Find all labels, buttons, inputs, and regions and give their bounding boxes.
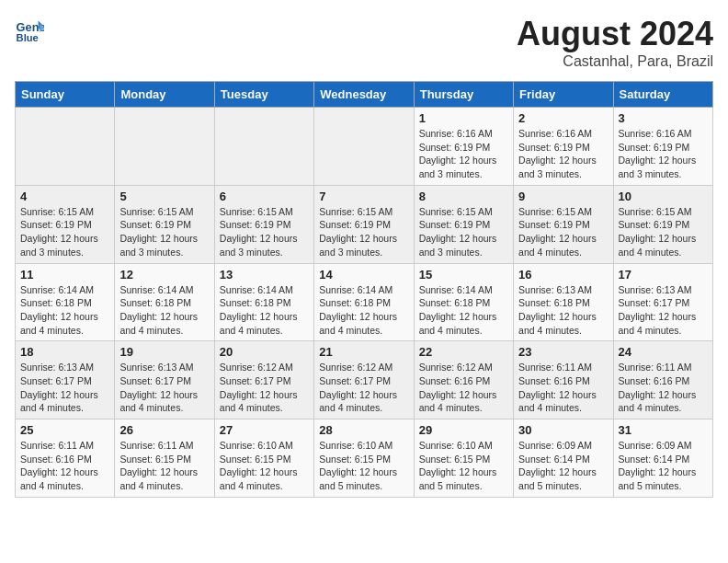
column-header-saturday: Saturday — [613, 82, 712, 108]
calendar-cell: 20Sunrise: 6:12 AM Sunset: 6:17 PM Dayli… — [214, 341, 313, 419]
column-header-wednesday: Wednesday — [314, 82, 414, 108]
calendar-week-row: 1Sunrise: 6:16 AM Sunset: 6:19 PM Daylig… — [16, 108, 713, 186]
day-number: 9 — [518, 190, 608, 203]
day-info: Sunrise: 6:11 AM Sunset: 6:16 PM Dayligh… — [20, 439, 109, 493]
column-header-thursday: Thursday — [414, 82, 513, 108]
calendar-cell: 16Sunrise: 6:13 AM Sunset: 6:18 PM Dayli… — [514, 263, 613, 341]
day-info: Sunrise: 6:11 AM Sunset: 6:16 PM Dayligh… — [518, 361, 608, 415]
day-number: 26 — [119, 423, 209, 437]
day-number: 12 — [119, 268, 209, 282]
calendar-cell: 1Sunrise: 6:16 AM Sunset: 6:19 PM Daylig… — [414, 108, 513, 186]
day-info: Sunrise: 6:15 AM Sunset: 6:19 PM Dayligh… — [319, 205, 408, 259]
calendar-cell: 26Sunrise: 6:11 AM Sunset: 6:15 PM Dayli… — [115, 419, 214, 498]
column-header-tuesday: Tuesday — [214, 82, 313, 108]
calendar-cell: 7Sunrise: 6:15 AM Sunset: 6:19 PM Daylig… — [314, 185, 414, 263]
calendar-cell: 3Sunrise: 6:16 AM Sunset: 6:19 PM Daylig… — [613, 108, 712, 186]
day-info: Sunrise: 6:15 AM Sunset: 6:19 PM Dayligh… — [518, 205, 608, 259]
calendar-cell: 27Sunrise: 6:10 AM Sunset: 6:15 PM Dayli… — [214, 419, 313, 498]
day-number: 18 — [20, 345, 109, 359]
calendar-cell: 21Sunrise: 6:12 AM Sunset: 6:17 PM Dayli… — [314, 341, 414, 419]
calendar-cell: 15Sunrise: 6:14 AM Sunset: 6:18 PM Dayli… — [414, 263, 513, 341]
day-info: Sunrise: 6:10 AM Sunset: 6:15 PM Dayligh… — [419, 439, 508, 493]
day-number: 27 — [220, 423, 309, 437]
day-number: 22 — [419, 345, 508, 359]
day-number: 6 — [220, 190, 309, 203]
day-info: Sunrise: 6:12 AM Sunset: 6:16 PM Dayligh… — [419, 361, 508, 415]
day-number: 8 — [419, 190, 508, 203]
day-info: Sunrise: 6:14 AM Sunset: 6:18 PM Dayligh… — [220, 283, 309, 338]
day-number: 4 — [20, 190, 109, 203]
calendar-cell: 13Sunrise: 6:14 AM Sunset: 6:18 PM Dayli… — [214, 263, 313, 341]
day-number: 31 — [619, 423, 708, 437]
calendar-header-row: SundayMondayTuesdayWednesdayThursdayFrid… — [16, 82, 713, 108]
calendar-cell: 12Sunrise: 6:14 AM Sunset: 6:18 PM Dayli… — [115, 263, 214, 341]
day-number: 10 — [619, 190, 708, 203]
calendar-cell: 8Sunrise: 6:15 AM Sunset: 6:19 PM Daylig… — [414, 185, 513, 263]
day-number: 13 — [220, 268, 309, 282]
calendar-cell: 4Sunrise: 6:15 AM Sunset: 6:19 PM Daylig… — [16, 185, 115, 263]
day-number: 30 — [518, 423, 608, 437]
calendar-week-row: 25Sunrise: 6:11 AM Sunset: 6:16 PM Dayli… — [16, 419, 713, 498]
calendar-cell — [314, 108, 414, 186]
calendar-cell: 9Sunrise: 6:15 AM Sunset: 6:19 PM Daylig… — [514, 185, 613, 263]
day-info: Sunrise: 6:09 AM Sunset: 6:14 PM Dayligh… — [518, 439, 608, 493]
calendar-cell: 10Sunrise: 6:15 AM Sunset: 6:19 PM Dayli… — [613, 185, 712, 263]
calendar-cell: 30Sunrise: 6:09 AM Sunset: 6:14 PM Dayli… — [514, 419, 613, 498]
day-info: Sunrise: 6:16 AM Sunset: 6:19 PM Dayligh… — [419, 127, 508, 181]
day-number: 11 — [20, 268, 109, 282]
day-info: Sunrise: 6:10 AM Sunset: 6:15 PM Dayligh… — [319, 439, 408, 493]
calendar-cell: 18Sunrise: 6:13 AM Sunset: 6:17 PM Dayli… — [16, 341, 115, 419]
calendar-cell: 6Sunrise: 6:15 AM Sunset: 6:19 PM Daylig… — [214, 185, 313, 263]
calendar-week-row: 4Sunrise: 6:15 AM Sunset: 6:19 PM Daylig… — [16, 185, 713, 263]
day-number: 24 — [619, 345, 708, 359]
day-number: 19 — [119, 345, 209, 359]
calendar-cell: 5Sunrise: 6:15 AM Sunset: 6:19 PM Daylig… — [115, 185, 214, 263]
day-number: 5 — [119, 190, 209, 203]
day-info: Sunrise: 6:16 AM Sunset: 6:19 PM Dayligh… — [518, 127, 608, 181]
day-info: Sunrise: 6:13 AM Sunset: 6:17 PM Dayligh… — [619, 283, 708, 338]
calendar-cell: 17Sunrise: 6:13 AM Sunset: 6:17 PM Dayli… — [613, 263, 712, 341]
svg-text:Blue: Blue — [17, 32, 39, 43]
header: General Blue August 2024 Castanhal, Para… — [15, 15, 713, 70]
calendar-table: SundayMondayTuesdayWednesdayThursdayFrid… — [15, 81, 713, 498]
calendar-cell — [16, 108, 115, 186]
day-info: Sunrise: 6:16 AM Sunset: 6:19 PM Dayligh… — [619, 127, 708, 181]
day-info: Sunrise: 6:11 AM Sunset: 6:15 PM Dayligh… — [119, 439, 209, 493]
day-info: Sunrise: 6:13 AM Sunset: 6:17 PM Dayligh… — [20, 361, 109, 415]
day-info: Sunrise: 6:12 AM Sunset: 6:17 PM Dayligh… — [220, 361, 309, 415]
day-number: 1 — [419, 111, 508, 125]
column-header-monday: Monday — [115, 82, 214, 108]
day-info: Sunrise: 6:15 AM Sunset: 6:19 PM Dayligh… — [119, 205, 209, 259]
calendar-cell: 31Sunrise: 6:09 AM Sunset: 6:14 PM Dayli… — [613, 419, 712, 498]
calendar-cell: 14Sunrise: 6:14 AM Sunset: 6:18 PM Dayli… — [314, 263, 414, 341]
calendar-cell: 23Sunrise: 6:11 AM Sunset: 6:16 PM Dayli… — [514, 341, 613, 419]
title-section: August 2024 Castanhal, Para, Brazil — [517, 15, 713, 70]
day-number: 25 — [20, 423, 109, 437]
calendar-cell: 11Sunrise: 6:14 AM Sunset: 6:18 PM Dayli… — [16, 263, 115, 341]
calendar-cell: 25Sunrise: 6:11 AM Sunset: 6:16 PM Dayli… — [16, 419, 115, 498]
day-number: 15 — [419, 268, 508, 282]
calendar-cell — [115, 108, 214, 186]
day-info: Sunrise: 6:14 AM Sunset: 6:18 PM Dayligh… — [419, 283, 508, 338]
day-number: 14 — [319, 268, 408, 282]
day-info: Sunrise: 6:11 AM Sunset: 6:16 PM Dayligh… — [619, 361, 708, 415]
day-number: 28 — [319, 423, 408, 437]
day-info: Sunrise: 6:13 AM Sunset: 6:18 PM Dayligh… — [518, 283, 608, 338]
day-info: Sunrise: 6:14 AM Sunset: 6:18 PM Dayligh… — [20, 283, 109, 338]
calendar-cell: 24Sunrise: 6:11 AM Sunset: 6:16 PM Dayli… — [613, 341, 712, 419]
day-number: 21 — [319, 345, 408, 359]
day-number: 20 — [220, 345, 309, 359]
day-info: Sunrise: 6:09 AM Sunset: 6:14 PM Dayligh… — [619, 439, 708, 493]
day-info: Sunrise: 6:14 AM Sunset: 6:18 PM Dayligh… — [119, 283, 209, 338]
column-header-sunday: Sunday — [16, 82, 115, 108]
day-number: 3 — [619, 111, 708, 125]
calendar-week-row: 11Sunrise: 6:14 AM Sunset: 6:18 PM Dayli… — [16, 263, 713, 341]
day-number: 16 — [518, 268, 608, 282]
day-info: Sunrise: 6:10 AM Sunset: 6:15 PM Dayligh… — [220, 439, 309, 493]
day-info: Sunrise: 6:15 AM Sunset: 6:19 PM Dayligh… — [419, 205, 508, 259]
day-info: Sunrise: 6:13 AM Sunset: 6:17 PM Dayligh… — [119, 361, 209, 415]
day-info: Sunrise: 6:14 AM Sunset: 6:18 PM Dayligh… — [319, 283, 408, 338]
calendar-week-row: 18Sunrise: 6:13 AM Sunset: 6:17 PM Dayli… — [16, 341, 713, 419]
day-number: 17 — [619, 268, 708, 282]
calendar-cell: 28Sunrise: 6:10 AM Sunset: 6:15 PM Dayli… — [314, 419, 414, 498]
